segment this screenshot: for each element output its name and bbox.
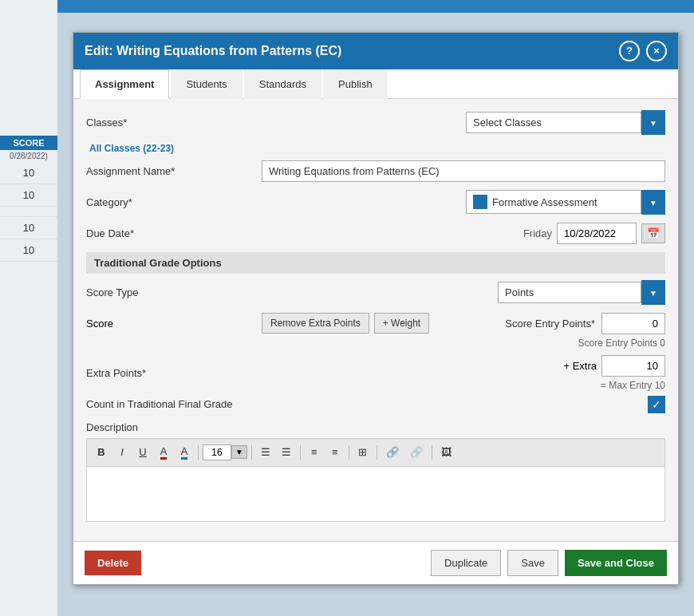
count-grade-row: Count in Traditional Final Grade ✓ bbox=[86, 396, 665, 413]
category-color-swatch bbox=[473, 195, 487, 209]
toolbar-sep-2 bbox=[251, 445, 252, 460]
close-button[interactable]: × bbox=[646, 41, 667, 61]
classes-row: Classes* Select Classes bbox=[86, 110, 665, 135]
unlink-button[interactable]: 🔗 bbox=[405, 443, 428, 461]
bullet-list-button[interactable]: ≡ bbox=[305, 443, 324, 461]
assignment-name-input[interactable] bbox=[262, 160, 665, 182]
category-row: Category* Formative Assessment bbox=[86, 190, 665, 215]
assignment-name-control bbox=[262, 160, 665, 182]
score-type-select[interactable]: Points bbox=[498, 282, 641, 303]
footer-right-actions: Duplicate Save Save and Close bbox=[431, 550, 667, 576]
chevron-down-icon bbox=[649, 116, 657, 128]
category-control: Formative Assessment bbox=[262, 190, 665, 215]
italic-button[interactable]: I bbox=[112, 443, 132, 461]
modal-header-actions: ? × bbox=[619, 41, 667, 61]
align-left-button[interactable]: ☰ bbox=[256, 443, 275, 461]
remove-extra-points-btn[interactable]: Remove Extra Points bbox=[262, 313, 369, 334]
tab-students[interactable]: Students bbox=[171, 69, 242, 99]
assignment-name-label: Assignment Name* bbox=[86, 165, 262, 177]
help-button[interactable]: ? bbox=[619, 41, 640, 61]
count-grade-checkbox[interactable]: ✓ bbox=[648, 396, 665, 413]
toolbar-sep-5 bbox=[377, 445, 377, 460]
sidebar-score-4: 10 bbox=[0, 239, 57, 262]
tab-assignment[interactable]: Assignment bbox=[80, 69, 169, 99]
due-date-control: Friday 📅 bbox=[262, 223, 665, 244]
score-label: Score bbox=[86, 318, 113, 330]
highlight-icon: A bbox=[181, 445, 188, 460]
sidebar-score-header: SCORE bbox=[0, 136, 57, 150]
link-button[interactable]: 🔗 bbox=[381, 443, 404, 461]
image-button[interactable]: 🖼 bbox=[436, 443, 456, 461]
score-entry-label: Score Entry Points* bbox=[505, 318, 595, 330]
chevron-down-icon bbox=[649, 196, 657, 208]
table-button[interactable]: ⊞ bbox=[353, 443, 373, 461]
sidebar-score-2: 10 bbox=[0, 184, 57, 207]
classes-control: Select Classes bbox=[262, 110, 665, 135]
numbered-list-button[interactable]: ≡ bbox=[325, 443, 345, 461]
category-value: Formative Assessment bbox=[492, 196, 597, 208]
sidebar-score-empty bbox=[0, 207, 57, 217]
score-entry-input[interactable] bbox=[601, 313, 665, 334]
description-label: Description bbox=[86, 421, 665, 433]
sidebar-score-date: 0/28/2022) bbox=[0, 150, 57, 162]
due-date-row: Due Date* Friday 📅 bbox=[86, 223, 665, 244]
score-entry-sub: Score Entry Points 0 bbox=[578, 338, 665, 349]
classes-select[interactable]: Select Classes bbox=[466, 112, 641, 133]
all-classes-note: All Classes (22-23) bbox=[89, 143, 665, 154]
toolbar-sep-6 bbox=[432, 445, 432, 460]
tab-standards[interactable]: Standards bbox=[244, 69, 321, 99]
modal-body: Classes* Select Classes All Classes (22-… bbox=[73, 99, 678, 541]
font-color-button[interactable]: A bbox=[154, 442, 173, 463]
sidebar-score-3: 10 bbox=[0, 217, 57, 239]
save-close-button[interactable]: Save and Close bbox=[565, 550, 667, 576]
due-date-input[interactable] bbox=[557, 223, 637, 244]
tabs-bar: Assignment Students Standards Publish bbox=[73, 69, 678, 99]
score-type-label: Score Type bbox=[86, 286, 262, 298]
score-type-row: Score Type Points bbox=[86, 280, 665, 305]
category-label: Category* bbox=[86, 196, 262, 208]
delete-button[interactable]: Delete bbox=[85, 551, 141, 575]
extra-input[interactable] bbox=[601, 355, 665, 377]
modal-title: Edit: Writing Equations from Patterns (E… bbox=[85, 44, 341, 58]
due-date-label: Due Date* bbox=[86, 227, 262, 239]
editor-toolbar: B I U A A ▼ ☰ ☰ ≡ ≡ bbox=[86, 438, 665, 466]
highlight-button[interactable]: A bbox=[175, 442, 194, 463]
font-size-dropdown[interactable]: ▼ bbox=[231, 445, 247, 459]
assignment-name-row: Assignment Name* bbox=[86, 160, 665, 182]
classes-dropdown-btn[interactable] bbox=[641, 110, 665, 135]
toolbar-sep-3 bbox=[300, 445, 301, 460]
font-size-wrap: ▼ bbox=[203, 444, 247, 460]
max-entry: = Max Entry 10 bbox=[601, 380, 665, 391]
tab-publish[interactable]: Publish bbox=[323, 69, 388, 99]
weight-btn[interactable]: + Weight bbox=[374, 313, 429, 334]
modal-header: Edit: Writing Equations from Patterns (E… bbox=[73, 33, 678, 69]
sidebar-score-1: 10 bbox=[0, 162, 57, 184]
save-button[interactable]: Save bbox=[507, 550, 558, 576]
font-color-icon: A bbox=[160, 445, 168, 460]
score-type-dropdown-btn[interactable] bbox=[641, 280, 665, 305]
extra-points-label: Extra Points* bbox=[86, 367, 262, 379]
bold-button[interactable]: B bbox=[92, 443, 111, 461]
description-section: Description B I U A A ▼ ☰ ☰ bbox=[86, 421, 665, 522]
extra-points-row: Extra Points* + Extra = Max Entry 10 bbox=[86, 355, 665, 391]
traditional-grade-header: Traditional Grade Options bbox=[86, 252, 665, 274]
classes-label: Classes* bbox=[86, 116, 262, 128]
due-date-day: Friday bbox=[523, 227, 552, 239]
count-grade-label: Count in Traditional Final Grade bbox=[86, 398, 648, 410]
underline-button[interactable]: U bbox=[133, 443, 152, 461]
chevron-down-icon bbox=[649, 286, 657, 298]
toolbar-sep-1 bbox=[198, 445, 199, 460]
description-editor[interactable] bbox=[86, 466, 665, 522]
category-select[interactable]: Formative Assessment bbox=[466, 190, 641, 214]
align-center-button[interactable]: ☰ bbox=[277, 443, 296, 461]
toolbar-sep-4 bbox=[349, 445, 349, 460]
category-dropdown-btn[interactable] bbox=[641, 190, 665, 215]
calendar-button[interactable]: 📅 bbox=[641, 223, 665, 243]
extra-prefix: + Extra bbox=[563, 360, 597, 372]
duplicate-button[interactable]: Duplicate bbox=[431, 550, 501, 576]
modal-footer: Delete Duplicate Save Save and Close bbox=[73, 541, 678, 584]
font-size-input[interactable] bbox=[203, 444, 231, 460]
